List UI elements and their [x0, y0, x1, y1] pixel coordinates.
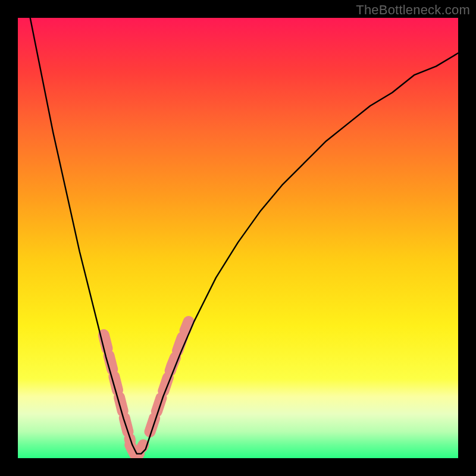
bottleneck-plot	[18, 18, 458, 458]
gradient-background	[18, 18, 458, 458]
watermark-text: TheBottleneck.com	[356, 2, 470, 18]
chart-container: TheBottleneck.com	[0, 0, 476, 476]
